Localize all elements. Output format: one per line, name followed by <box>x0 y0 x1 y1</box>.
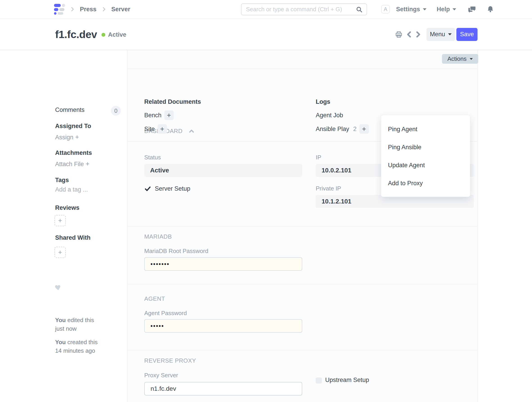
proxy-server-value: n1.fc.dev <box>151 385 176 392</box>
menu-item-update-agent[interactable]: Update Agent <box>381 156 470 174</box>
proxy-server-input[interactable]: n1.fc.dev <box>144 382 302 396</box>
chevron-down-icon <box>453 8 456 10</box>
server-document-page: Press Server A Settings Help <box>0 0 532 402</box>
agent-password-label: Agent Password <box>144 310 187 317</box>
tags-heading: Tags <box>55 177 69 184</box>
proxy-server-label: Proxy Server <box>144 372 178 379</box>
add-share-button[interactable]: + <box>54 247 66 258</box>
assign-label: Assign <box>55 134 73 141</box>
bench-link[interactable]: Bench <box>144 112 162 119</box>
section-divider <box>128 69 477 69</box>
actions-button[interactable]: Actions <box>442 54 478 64</box>
plus-icon: + <box>86 160 89 167</box>
ansible-play-link[interactable]: Ansible Play <box>316 126 349 133</box>
dashboard-row-site: Site + <box>144 124 167 134</box>
dashboard-row-bench: Bench + <box>144 110 174 120</box>
chat-icon[interactable] <box>468 5 476 13</box>
attach-file-label: Attach File <box>55 161 84 167</box>
add-bench-button[interactable]: + <box>164 110 174 120</box>
page-title: f1.fc.dev <box>55 28 97 40</box>
save-button[interactable]: Save <box>456 28 478 41</box>
add-site-button[interactable]: + <box>158 124 167 134</box>
add-tag-input[interactable]: Add a tag ... <box>55 186 88 193</box>
assigned-to-heading: Assigned To <box>55 123 91 130</box>
status-indicator-dot <box>101 33 105 37</box>
upstream-setup-checkbox[interactable] <box>316 377 322 383</box>
menu-button[interactable]: Menu <box>426 28 455 41</box>
dashboard-row-ansible-play: Ansible Play 2 + <box>316 124 369 134</box>
menu-item-ping-ansible[interactable]: Ping Ansible <box>381 138 470 156</box>
edited-info: You edited this just now <box>55 316 94 333</box>
print-icon[interactable] <box>395 31 403 38</box>
masked-password: ••••• <box>151 323 164 330</box>
chevron-up-icon <box>188 128 195 134</box>
breadcrumb-press[interactable]: Press <box>80 6 96 13</box>
chevron-right-icon <box>101 7 107 12</box>
mariadb-password-label: MariaDB Root Password <box>144 248 208 255</box>
related-documents-heading: Related Documents <box>144 98 201 105</box>
ip-field-label: IP <box>316 154 321 161</box>
actions-button-label: Actions <box>447 55 467 62</box>
section-divider <box>128 350 477 350</box>
upstream-setup-label: Upstream Setup <box>325 376 369 383</box>
agent-job-link[interactable]: Agent Job <box>316 112 343 119</box>
search-icon[interactable] <box>356 6 362 13</box>
menu-item-add-to-proxy[interactable]: Add to Proxy <box>381 174 470 192</box>
next-document-icon[interactable] <box>415 31 422 38</box>
comments-count-badge: 0 <box>111 106 121 116</box>
attach-file-button[interactable]: Attach File+ <box>55 160 89 168</box>
created-action: created this <box>67 339 97 345</box>
status-badge: Active <box>108 31 126 38</box>
global-search <box>241 3 367 15</box>
chevron-down-icon <box>448 33 452 35</box>
breadcrumb-server[interactable]: Server <box>111 6 130 13</box>
add-ansible-play-button[interactable]: + <box>359 124 369 134</box>
reverse-proxy-section-label: REVERSE PROXY <box>144 357 196 364</box>
chevron-right-icon <box>70 7 75 12</box>
status-field-label: Status <box>144 154 161 161</box>
settings-menu[interactable]: Settings <box>396 6 426 13</box>
form-body: Actions DASHBOARD Related Documents Benc… <box>127 50 478 402</box>
chevron-down-icon <box>470 58 473 60</box>
help-label: Help <box>437 6 450 13</box>
settings-label: Settings <box>396 6 420 13</box>
created-who: You <box>55 339 66 345</box>
prev-document-icon[interactable] <box>406 31 412 38</box>
comments-link[interactable]: Comments <box>55 107 85 114</box>
logs-heading: Logs <box>316 98 330 105</box>
server-setup-checkbox[interactable]: Server Setup <box>145 185 190 193</box>
assign-button[interactable]: Assign+ <box>55 134 79 141</box>
actions-dropdown-menu: Ping Agent Ping Ansible Update Agent Add… <box>381 115 470 197</box>
section-divider <box>128 226 477 226</box>
site-link[interactable]: Site <box>144 126 155 133</box>
server-setup-label: Server Setup <box>155 185 190 192</box>
masked-password: ••••••• <box>151 261 170 268</box>
notifications-bell-icon[interactable] <box>486 5 494 13</box>
frappe-logo-icon[interactable] <box>54 4 65 15</box>
add-review-button[interactable]: + <box>54 215 66 226</box>
created-when: 14 minutes ago <box>55 347 95 354</box>
reviews-heading: Reviews <box>55 204 79 211</box>
like-heart-icon[interactable] <box>54 284 62 291</box>
private-ip-field-label: Private IP <box>316 185 341 192</box>
edited-who: You <box>55 317 66 323</box>
menu-item-ping-agent[interactable]: Ping Agent <box>381 120 470 138</box>
avatar[interactable]: A <box>381 5 390 13</box>
edited-action: edited this <box>67 317 94 323</box>
created-info: You created this 14 minutes ago <box>55 338 98 355</box>
chevron-down-icon <box>423 8 426 10</box>
ansible-play-count: 2 <box>353 126 357 133</box>
attachments-heading: Attachments <box>55 149 92 156</box>
navbar: Press Server A Settings Help <box>0 0 532 19</box>
agent-password-input[interactable]: ••••• <box>144 319 302 333</box>
status-field-value: Active <box>144 164 302 177</box>
help-menu[interactable]: Help <box>437 6 456 13</box>
agent-section-label: AGENT <box>144 295 165 302</box>
search-input[interactable] <box>241 4 356 15</box>
menu-button-label: Menu <box>430 31 445 38</box>
edited-when: just now <box>55 325 76 332</box>
form-sidebar: Comments 0 Assigned To Assign+ Attachmen… <box>0 50 127 402</box>
mariadb-password-input[interactable]: ••••••• <box>144 257 302 271</box>
main-area: Comments 0 Assigned To Assign+ Attachmen… <box>0 50 532 402</box>
section-divider <box>128 284 477 284</box>
